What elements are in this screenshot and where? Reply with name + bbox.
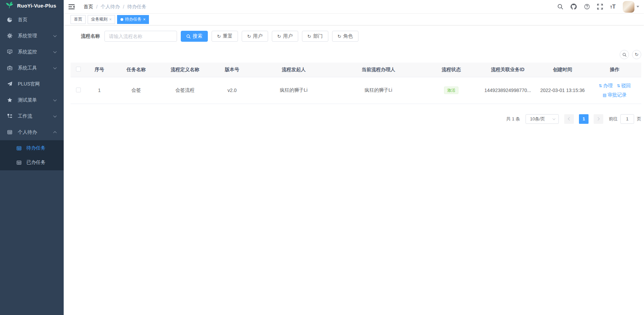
avatar[interactable] xyxy=(623,1,634,13)
font-size-icon[interactable]: TT xyxy=(610,4,616,10)
sidebar-submenu: 待办任务 已办任务 xyxy=(0,140,64,170)
goto-page-input[interactable] xyxy=(620,114,634,124)
refresh-icon: ↻ xyxy=(247,34,251,39)
refresh-icon: ↻ xyxy=(307,34,311,39)
navbar-right-tools: TT xyxy=(557,1,639,13)
row-checkbox[interactable] xyxy=(76,88,81,92)
user-button-1[interactable]: ↻ 用户 xyxy=(242,31,268,42)
prev-page-button[interactable] xyxy=(564,114,574,124)
chevron-down-icon xyxy=(53,34,57,37)
handle-link-label: 办理 xyxy=(603,83,613,89)
page-size-select[interactable]: 10条/页 xyxy=(526,114,559,124)
search-icon xyxy=(622,53,627,57)
search-icon[interactable] xyxy=(557,4,563,10)
refresh-icon: ↻ xyxy=(635,52,639,57)
refresh-icon: ↻ xyxy=(217,34,221,39)
cell-index: 1 xyxy=(87,77,112,104)
sidebar-item-system-tools[interactable]: 系统工具 xyxy=(0,60,64,76)
sidebar-item-label: 系统监控 xyxy=(18,49,37,55)
cell-actions: ⇅ 办理 ⇅ 驳回 ▤ xyxy=(588,77,641,104)
cell-initiator: 疯狂的狮子Li xyxy=(254,77,333,104)
cell-business-id: 1449238924998770... xyxy=(479,77,537,104)
handle-link[interactable]: ⇅ 办理 xyxy=(598,83,613,89)
column-actions: 操作 xyxy=(588,63,641,77)
user-menu[interactable] xyxy=(623,1,639,13)
button-label: 角色 xyxy=(343,33,353,39)
select-all-checkbox[interactable] xyxy=(76,67,81,71)
breadcrumb-item: 个人待办 xyxy=(101,4,120,10)
button-label: 部门 xyxy=(313,33,323,39)
font-size-big-t: T xyxy=(612,4,616,10)
help-icon[interactable] xyxy=(584,4,590,10)
sidebar-item-system-admin[interactable]: 系统管理 xyxy=(0,28,64,44)
pagination: 共 1 条 10条/页 1 前往 页 xyxy=(71,114,641,124)
fullscreen-icon[interactable] xyxy=(597,4,603,10)
close-icon[interactable]: × xyxy=(143,17,146,22)
sidebar-item-system-monitor[interactable]: 系统监控 xyxy=(0,44,64,60)
button-label: 用户 xyxy=(253,33,263,39)
table-row: 1 会签 会签流程 v2.0 疯狂的狮子Li 疯狂的狮子Li 激活 144923… xyxy=(71,77,641,104)
page-number-1[interactable]: 1 xyxy=(579,114,589,124)
total-count: 共 1 条 xyxy=(506,116,520,122)
sidebar-item-personal-todo[interactable]: 个人待办 xyxy=(0,124,64,140)
column-assignee: 当前流程办理人 xyxy=(333,63,424,77)
column-process-def-name: 流程定义名称 xyxy=(160,63,210,77)
github-icon[interactable] xyxy=(570,3,577,10)
sidebar-item-test-menu[interactable]: 测试菜单 xyxy=(0,92,64,108)
dashboard-icon xyxy=(7,17,12,23)
sidebar-item-home[interactable]: 首页 xyxy=(0,12,64,28)
column-business-id: 流程关联业务ID xyxy=(479,63,537,77)
approval-record-link-label: 审批记录 xyxy=(608,92,627,98)
breadcrumb-item: 待办任务 xyxy=(127,4,147,10)
tab-home[interactable]: 首页 xyxy=(71,15,86,24)
sidebar-item-done-tasks[interactable]: 已办任务 xyxy=(0,155,64,170)
app-window: RuoYi-Vue-Plus 首页 系统管理 系统监控 xyxy=(0,0,644,315)
chevron-up-icon xyxy=(53,131,57,134)
breadcrumb: 首页 / 个人待办 / 待办任务 xyxy=(84,4,147,10)
cell-version: v2.0 xyxy=(210,77,254,104)
grid-icon xyxy=(16,160,22,165)
goto-page: 前往 页 xyxy=(609,114,641,124)
monitor-icon xyxy=(7,49,12,55)
search-button[interactable]: 搜索 xyxy=(181,31,208,42)
reject-link[interactable]: ⇅ 驳回 xyxy=(617,83,631,89)
reset-button[interactable]: ↻ 重置 xyxy=(212,31,238,42)
table-toolbar: ↻ xyxy=(71,50,641,59)
sidebar-item-workflow[interactable]: 工作流 xyxy=(0,108,64,124)
sidebar-item-label: 待办任务 xyxy=(26,145,46,151)
dept-button[interactable]: ↻ 部门 xyxy=(302,31,328,42)
sidebar-item-todo-tasks[interactable]: 待办任务 xyxy=(0,141,64,155)
process-name-input[interactable] xyxy=(104,31,177,42)
goto-label: 前往 xyxy=(609,116,618,122)
column-status: 流程状态 xyxy=(424,63,479,77)
search-icon xyxy=(186,34,191,39)
goto-suffix: 页 xyxy=(637,116,641,122)
chevron-left-icon xyxy=(568,117,571,121)
close-icon[interactable]: × xyxy=(109,17,112,22)
sidebar-item-label: 系统管理 xyxy=(18,33,37,39)
sidebar-fold-icon[interactable] xyxy=(68,4,75,10)
sidebar-menu: 首页 系统管理 系统监控 系统工具 xyxy=(0,12,64,170)
approval-record-link[interactable]: ▤ 审批记录 xyxy=(603,92,627,98)
sidebar-item-label: 系统工具 xyxy=(18,65,37,71)
cell-status: 激活 xyxy=(424,77,479,104)
breadcrumb-item[interactable]: 首页 xyxy=(84,4,93,10)
toolbox-icon xyxy=(7,65,12,71)
top-navbar: 首页 / 个人待办 / 待办任务 TT xyxy=(64,0,644,14)
tab-todo-tasks[interactable]: 待办任务 × xyxy=(117,15,149,24)
sidebar-item-plus-site[interactable]: PLUS官网 xyxy=(0,76,64,92)
role-button[interactable]: ↻ 角色 xyxy=(332,31,358,42)
gear-icon xyxy=(7,33,12,39)
next-page-button[interactable] xyxy=(594,114,603,124)
user-button-2[interactable]: ↻ 用户 xyxy=(272,31,298,42)
column-index: 序号 xyxy=(87,63,112,77)
refresh-icon: ↻ xyxy=(338,34,341,39)
table-header-row: 序号 任务名称 流程定义名称 版本号 流程发起人 当前流程办理人 流程状态 流程… xyxy=(71,63,641,77)
sidebar-item-label: 首页 xyxy=(18,17,27,23)
tab-label: 待办任务 xyxy=(125,16,141,22)
tab-business-rules[interactable]: 业务规则 × xyxy=(88,15,115,24)
document-icon: ▤ xyxy=(603,93,606,97)
toggle-search-button[interactable] xyxy=(620,50,629,59)
refresh-table-button[interactable]: ↻ xyxy=(632,50,641,59)
logo[interactable]: RuoYi-Vue-Plus xyxy=(0,0,64,11)
